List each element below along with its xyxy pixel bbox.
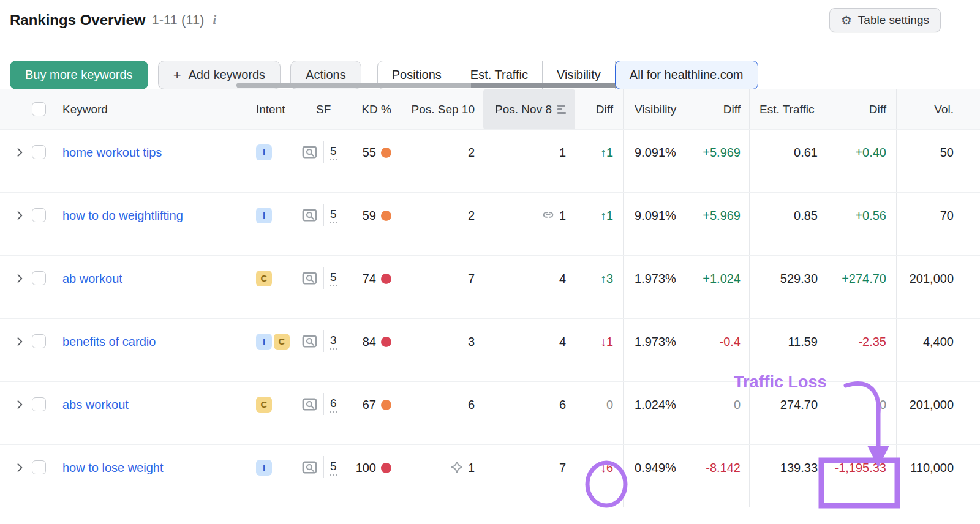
header-checkbox-cell [29, 89, 54, 129]
column-header-diff2[interactable]: Diff [688, 89, 750, 129]
serp-features-cell: 5 [300, 193, 349, 255]
kd-dot [381, 400, 391, 410]
buy-more-keywords-button[interactable]: Buy more keywords [10, 61, 148, 89]
column-header-est-traffic[interactable]: Est. Traffic [750, 89, 820, 129]
volume-value: 110,000 [910, 458, 954, 477]
info-icon[interactable]: i [213, 13, 216, 27]
traffic-diff-cell: 0 [820, 382, 897, 444]
expand-cell[interactable] [10, 319, 29, 381]
keyword-cell: how to do weightlifting [54, 193, 250, 255]
diff-value: +0.40 [855, 143, 886, 162]
column-header-pos-prev[interactable]: Pos. Sep 10 [404, 89, 483, 129]
column-header-visibility[interactable]: Visibility [624, 89, 688, 129]
serp-features-icon[interactable] [301, 333, 318, 350]
table-row: abs workoutC6676601.024%0274.700201,000 [0, 381, 980, 444]
kd-dot [381, 274, 391, 284]
expand-chevron-icon[interactable] [13, 209, 26, 222]
row-checkbox[interactable] [32, 271, 46, 285]
intent-badge-c[interactable]: C [256, 271, 272, 286]
column-header-pos-curr[interactable]: Pos. Nov 8 [483, 89, 575, 129]
checkbox-cell [29, 319, 54, 381]
keyword-link[interactable]: ab workout [62, 269, 123, 288]
kd-cell: 67 [349, 382, 404, 444]
divider [323, 267, 324, 289]
intent-badge-i[interactable]: I [256, 334, 272, 350]
sf-count[interactable]: 5 [330, 144, 337, 160]
intent-badge-c[interactable]: C [256, 397, 272, 413]
column-header-diff3[interactable]: Diff [820, 89, 897, 129]
position-value: 6 [468, 395, 475, 414]
expand-cell[interactable] [10, 382, 29, 444]
sf-count[interactable]: 5 [330, 460, 337, 476]
keyword-link[interactable]: how to do weightlifting [62, 206, 183, 225]
select-all-checkbox[interactable] [32, 102, 46, 116]
serp-features-cell: 5 [300, 130, 349, 192]
est-traffic-value: 139.33 [780, 458, 818, 477]
sf-count[interactable]: 3 [330, 334, 337, 350]
column-header-keyword[interactable]: Keyword [54, 89, 250, 129]
volume-value: 50 [940, 143, 954, 162]
intent-cell: IC [250, 319, 300, 381]
visibility-diff-cell: +5.969 [688, 130, 750, 192]
serp-features-icon[interactable] [301, 207, 318, 223]
kd-cell: 74 [349, 256, 404, 318]
intent-badge-i[interactable]: I [256, 460, 272, 476]
keyword-link[interactable]: abs workout [62, 395, 129, 414]
horizontal-scrollbar[interactable] [236, 83, 627, 88]
diff-value: 0 [880, 395, 886, 414]
est-traffic-value: 529.30 [780, 269, 818, 288]
table-settings-button[interactable]: ⚙ Table settings [829, 8, 941, 32]
column-header-volume[interactable]: Vol. [897, 89, 979, 129]
pos-diff-cell: ↑1 [575, 130, 624, 192]
row-checkbox[interactable] [32, 460, 46, 474]
serp-features-icon[interactable] [301, 459, 318, 476]
serp-features-icon[interactable] [301, 144, 318, 160]
pos-prev-cell: 6 [404, 382, 483, 444]
traffic-diff-cell: +0.56 [820, 193, 897, 255]
row-checkbox[interactable] [32, 334, 46, 348]
column-header-sf[interactable]: SF [300, 89, 349, 129]
serp-features-icon[interactable] [301, 270, 318, 286]
expand-chevron-icon[interactable] [13, 335, 26, 348]
expand-cell[interactable] [10, 193, 29, 255]
keyword-link[interactable]: home workout tips [62, 143, 162, 162]
row-checkbox[interactable] [32, 208, 46, 222]
expand-chevron-icon[interactable] [13, 462, 26, 474]
column-header-intent[interactable]: Intent [250, 89, 300, 129]
intent-badge-i[interactable]: I [256, 144, 272, 160]
intent-badge-i[interactable]: I [256, 208, 272, 223]
row-checkbox[interactable] [32, 145, 46, 159]
expand-cell[interactable] [10, 445, 29, 507]
traffic-diff-cell: +274.70 [820, 256, 897, 318]
kd-value: 59 [363, 206, 376, 225]
expand-chevron-icon[interactable] [13, 146, 26, 159]
expand-chevron-icon[interactable] [13, 399, 26, 411]
expand-cell[interactable] [10, 256, 29, 318]
expand-cell[interactable] [10, 130, 29, 192]
visibility-value: 9.091% [635, 143, 676, 162]
serp-features-icon[interactable] [301, 396, 318, 413]
intent-cell: I [250, 130, 300, 192]
column-header-kd[interactable]: KD % [349, 89, 404, 129]
intent-badge-c[interactable]: C [274, 334, 290, 350]
keyword-link[interactable]: benefits of cardio [62, 332, 156, 351]
position-value: 1 [468, 458, 475, 477]
pos-diff-cell: ↓1 [575, 319, 624, 381]
row-checkbox[interactable] [32, 397, 46, 411]
checkbox-cell [29, 193, 54, 255]
volume-cell: 110,000 [897, 445, 979, 507]
segment-all-for-healthline-com[interactable]: All for healthline.com [615, 61, 758, 89]
position-value: 7 [468, 269, 475, 288]
sf-count[interactable]: 5 [330, 271, 337, 286]
column-header-diff[interactable]: Diff [575, 89, 624, 129]
serp-features-cell: 3 [300, 319, 349, 381]
diff-value: ↑1 [600, 143, 613, 162]
est-traffic-value: 274.70 [780, 395, 818, 414]
expand-chevron-icon[interactable] [13, 272, 26, 285]
sf-count[interactable]: 5 [330, 208, 337, 223]
gear-icon: ⚙ [841, 14, 852, 26]
kd-dot [381, 211, 391, 221]
sf-count[interactable]: 6 [330, 397, 337, 413]
diff-value: 0 [734, 395, 741, 414]
keyword-link[interactable]: how to lose weight [62, 458, 164, 477]
